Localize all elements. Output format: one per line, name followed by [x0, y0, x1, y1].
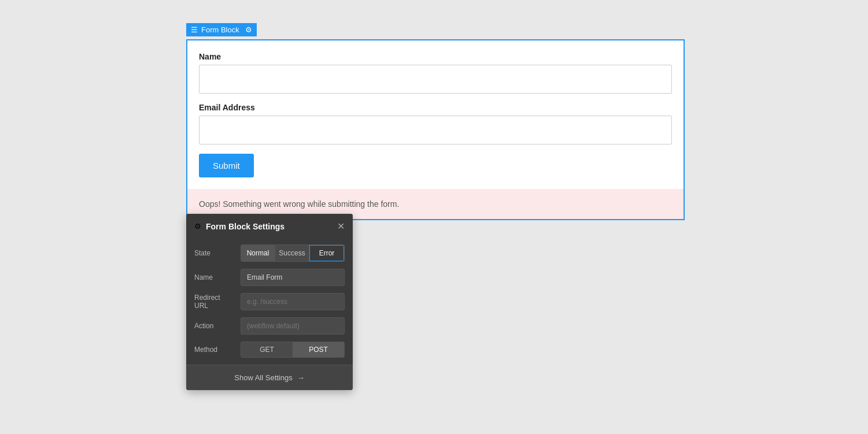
settings-panel: ⚙ Form Block Settings ✕ State Normal Suc…: [186, 214, 353, 390]
form-block-icon: ☰: [191, 25, 198, 34]
error-message: Oops! Something went wrong while submitt…: [199, 199, 399, 209]
name-control: [241, 269, 345, 286]
canvas: ☰ Form Block ⚙ Name Email Address Submit…: [0, 0, 868, 434]
settings-header: ⚙ Form Block Settings ✕: [186, 214, 353, 239]
email-field-label: Email Address: [199, 103, 672, 112]
state-toggle: Normal Success Error: [241, 244, 345, 262]
settings-title: Form Block Settings: [206, 222, 285, 231]
settings-header-left: ⚙ Form Block Settings: [194, 222, 285, 231]
action-label: Action: [194, 322, 236, 330]
redirect-url-input[interactable]: [241, 293, 345, 310]
form-block-topbar: ☰ Form Block ⚙: [186, 23, 257, 36]
form-content: Name Email Address Submit: [187, 40, 684, 189]
redirect-url-control: [241, 293, 345, 310]
show-all-settings-arrow: →: [297, 373, 305, 382]
form-block-label: Form Block: [201, 25, 239, 34]
action-control: [241, 317, 345, 335]
state-row: State Normal Success Error: [194, 244, 345, 262]
redirect-url-label: Redirect URL: [194, 294, 236, 310]
state-error-button[interactable]: Error: [309, 245, 344, 261]
method-toggle: GET POST: [241, 342, 345, 358]
name-settings-input[interactable]: [241, 269, 345, 286]
settings-gear-icon: ⚙: [194, 222, 201, 231]
state-control: Normal Success Error: [241, 244, 345, 262]
settings-close-button[interactable]: ✕: [337, 221, 345, 232]
name-input[interactable]: [199, 65, 672, 94]
method-label: Method: [194, 346, 236, 354]
name-row: Name: [194, 269, 345, 286]
redirect-url-row: Redirect URL: [194, 293, 345, 310]
form-block-gear-icon[interactable]: ⚙: [245, 25, 252, 34]
method-row: Method GET POST: [194, 342, 345, 358]
show-all-settings-label: Show All Settings: [234, 373, 292, 382]
settings-body: State Normal Success Error Name Red: [186, 239, 353, 358]
method-control: GET POST: [241, 342, 345, 358]
state-label: State: [194, 249, 236, 257]
name-field-label: Name: [199, 52, 672, 61]
state-normal-button[interactable]: Normal: [241, 245, 275, 261]
submit-button[interactable]: Submit: [199, 154, 254, 177]
method-post-button[interactable]: POST: [293, 342, 344, 357]
form-block-wrapper: ☰ Form Block ⚙ Name Email Address Submit…: [186, 39, 685, 220]
name-label: Name: [194, 273, 236, 281]
email-input[interactable]: [199, 116, 672, 144]
method-get-button[interactable]: GET: [241, 342, 293, 357]
action-row: Action: [194, 317, 345, 335]
state-success-button[interactable]: Success: [275, 245, 309, 261]
show-all-settings-button[interactable]: Show All Settings →: [186, 365, 353, 390]
action-input[interactable]: [241, 317, 345, 335]
